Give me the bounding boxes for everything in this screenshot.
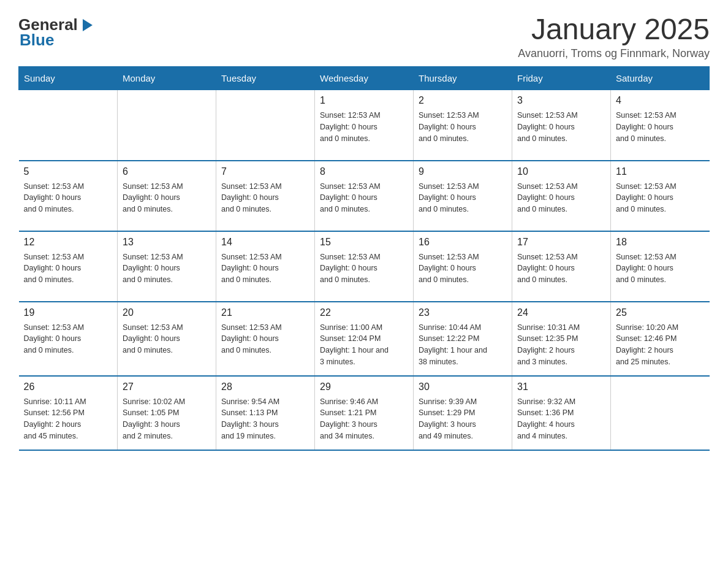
- calendar-body: 1Sunset: 12:53 AMDaylight: 0 hoursand 0 …: [19, 90, 710, 450]
- day-info: Sunset: 12:53 AMDaylight: 0 hoursand 0 m…: [419, 181, 507, 215]
- day-number: 19: [24, 307, 113, 318]
- day-info: Sunset: 12:53 AMDaylight: 0 hoursand 0 m…: [616, 251, 705, 286]
- day-info: Sunset: 12:53 AMDaylight: 0 hoursand 0 m…: [616, 181, 705, 215]
- day-info: Sunrise: 9:39 AMSunset: 1:29 PMDaylight:…: [419, 396, 507, 442]
- location-title: Avanuorri, Troms og Finnmark, Norway: [518, 47, 710, 60]
- calendar-cell: 6Sunset: 12:53 AMDaylight: 0 hoursand 0 …: [118, 161, 216, 231]
- day-number: 26: [24, 381, 113, 393]
- day-number: 28: [221, 381, 309, 393]
- calendar-cell: 18Sunset: 12:53 AMDaylight: 0 hoursand 0…: [611, 231, 710, 302]
- calendar-cell: 30Sunrise: 9:39 AMSunset: 1:29 PMDayligh…: [414, 376, 512, 450]
- calendar-cell: 11Sunset: 12:53 AMDaylight: 0 hoursand 0…: [611, 161, 710, 231]
- day-info: Sunset: 12:53 AMDaylight: 0 hoursand 0 m…: [517, 181, 605, 215]
- calendar-cell: [216, 90, 315, 161]
- calendar-cell: 20Sunset: 12:53 AMDaylight: 0 hoursand 0…: [118, 302, 216, 376]
- day-number: 18: [616, 237, 705, 248]
- calendar-cell: 7Sunset: 12:53 AMDaylight: 0 hoursand 0 …: [216, 161, 315, 231]
- day-number: 3: [517, 95, 605, 106]
- calendar-cell: 31Sunrise: 9:32 AMSunset: 1:36 PMDayligh…: [512, 376, 611, 450]
- day-number: 29: [320, 381, 408, 393]
- day-info: Sunrise: 10:20 AMSunset: 12:46 PMDayligh…: [616, 322, 705, 368]
- day-info: Sunset: 12:53 AMDaylight: 0 hoursand 0 m…: [221, 322, 309, 356]
- calendar-cell: 16Sunset: 12:53 AMDaylight: 0 hoursand 0…: [414, 231, 512, 302]
- day-info: Sunset: 12:53 AMDaylight: 0 hoursand 0 m…: [517, 110, 605, 144]
- calendar-cell: 23Sunrise: 10:44 AMSunset: 12:22 PMDayli…: [414, 302, 512, 376]
- day-number: 17: [517, 237, 605, 248]
- calendar-cell: 9Sunset: 12:53 AMDaylight: 0 hoursand 0 …: [414, 161, 512, 231]
- calendar-cell: 5Sunset: 12:53 AMDaylight: 0 hoursand 0 …: [19, 161, 118, 231]
- day-number: 23: [419, 307, 507, 318]
- day-info: Sunset: 12:53 AMDaylight: 0 hoursand 0 m…: [419, 251, 507, 286]
- calendar-cell: 25Sunrise: 10:20 AMSunset: 12:46 PMDayli…: [611, 302, 710, 376]
- day-number: 12: [24, 237, 113, 248]
- day-number: 10: [517, 166, 605, 177]
- day-info: Sunrise: 9:54 AMSunset: 1:13 PMDaylight:…: [221, 396, 309, 442]
- day-number: 6: [123, 166, 211, 177]
- calendar-cell: 26Sunrise: 10:11 AMSunset: 12:56 PMDayli…: [19, 376, 118, 450]
- day-info: Sunset: 12:53 AMDaylight: 0 hoursand 0 m…: [517, 251, 605, 286]
- logo-blue-text: Blue: [20, 31, 54, 50]
- title-section: January 2025 Avanuorri, Troms og Finnmar…: [518, 12, 710, 60]
- day-number: 13: [123, 237, 211, 248]
- day-number: 15: [320, 237, 408, 248]
- weekday-header-wednesday: Wednesday: [315, 67, 414, 90]
- weekday-header-saturday: Saturday: [611, 67, 710, 90]
- day-number: 21: [221, 307, 309, 318]
- day-number: 20: [123, 307, 211, 318]
- day-info: Sunset: 12:53 AMDaylight: 0 hoursand 0 m…: [123, 322, 211, 356]
- logo: General Blue: [18, 15, 95, 50]
- day-info: Sunset: 12:53 AMDaylight: 0 hoursand 0 m…: [24, 181, 113, 215]
- day-number: 14: [221, 237, 309, 248]
- day-number: 9: [419, 166, 507, 177]
- day-number: 11: [616, 166, 705, 177]
- day-info: Sunrise: 10:31 AMSunset: 12:35 PMDayligh…: [517, 322, 605, 368]
- calendar-cell: 14Sunset: 12:53 AMDaylight: 0 hoursand 0…: [216, 231, 315, 302]
- day-info: Sunset: 12:53 AMDaylight: 0 hoursand 0 m…: [221, 251, 309, 286]
- day-number: 5: [24, 166, 113, 177]
- weekday-header-sunday: Sunday: [19, 67, 118, 90]
- day-info: Sunset: 12:53 AMDaylight: 0 hoursand 0 m…: [123, 181, 211, 215]
- calendar-cell: 17Sunset: 12:53 AMDaylight: 0 hoursand 0…: [512, 231, 611, 302]
- day-info: Sunrise: 11:00 AMSunset: 12:04 PMDayligh…: [320, 322, 408, 368]
- calendar-cell: [19, 90, 118, 161]
- day-number: 22: [320, 307, 408, 318]
- calendar-cell: 15Sunset: 12:53 AMDaylight: 0 hoursand 0…: [315, 231, 414, 302]
- day-info: Sunset: 12:53 AMDaylight: 0 hoursand 0 m…: [24, 251, 113, 286]
- calendar-cell: 21Sunset: 12:53 AMDaylight: 0 hoursand 0…: [216, 302, 315, 376]
- calendar-cell: 22Sunrise: 11:00 AMSunset: 12:04 PMDayli…: [315, 302, 414, 376]
- calendar-week-row: 19Sunset: 12:53 AMDaylight: 0 hoursand 0…: [19, 302, 710, 376]
- weekday-header-row: SundayMondayTuesdayWednesdayThursdayFrid…: [19, 67, 710, 90]
- calendar-week-row: 26Sunrise: 10:11 AMSunset: 12:56 PMDayli…: [19, 376, 710, 450]
- month-title: January 2025: [518, 12, 710, 46]
- day-info: Sunset: 12:53 AMDaylight: 0 hoursand 0 m…: [320, 181, 408, 215]
- calendar-cell: [611, 376, 710, 450]
- calendar-cell: 27Sunrise: 10:02 AMSunset: 1:05 PMDaylig…: [118, 376, 216, 450]
- calendar-cell: 4Sunset: 12:53 AMDaylight: 0 hoursand 0 …: [611, 90, 710, 161]
- calendar-cell: 2Sunset: 12:53 AMDaylight: 0 hoursand 0 …: [414, 90, 512, 161]
- calendar-cell: 29Sunrise: 9:46 AMSunset: 1:21 PMDayligh…: [315, 376, 414, 450]
- day-info: Sunset: 12:53 AMDaylight: 0 hoursand 0 m…: [320, 110, 408, 144]
- day-info: Sunset: 12:53 AMDaylight: 0 hoursand 0 m…: [221, 181, 309, 215]
- day-number: 8: [320, 166, 408, 177]
- day-number: 2: [419, 95, 507, 106]
- calendar-cell: 12Sunset: 12:53 AMDaylight: 0 hoursand 0…: [19, 231, 118, 302]
- day-info: Sunset: 12:53 AMDaylight: 0 hoursand 0 m…: [123, 251, 211, 286]
- day-number: 1: [320, 95, 408, 106]
- day-number: 16: [419, 237, 507, 248]
- day-info: Sunset: 12:53 AMDaylight: 0 hoursand 0 m…: [24, 322, 113, 356]
- day-number: 7: [221, 166, 309, 177]
- weekday-header-tuesday: Tuesday: [216, 67, 315, 90]
- calendar-cell: 24Sunrise: 10:31 AMSunset: 12:35 PMDayli…: [512, 302, 611, 376]
- calendar-table: SundayMondayTuesdayWednesdayThursdayFrid…: [18, 66, 710, 451]
- page-header: General Blue January 2025 Avanuorri, Tro…: [18, 12, 710, 60]
- day-info: Sunrise: 10:11 AMSunset: 12:56 PMDayligh…: [24, 396, 113, 442]
- day-info: Sunset: 12:53 AMDaylight: 0 hoursand 0 m…: [320, 251, 408, 286]
- day-info: Sunrise: 10:44 AMSunset: 12:22 PMDayligh…: [419, 322, 507, 368]
- calendar-cell: 28Sunrise: 9:54 AMSunset: 1:13 PMDayligh…: [216, 376, 315, 450]
- weekday-header-monday: Monday: [118, 67, 216, 90]
- day-number: 24: [517, 307, 605, 318]
- weekday-header-thursday: Thursday: [414, 67, 512, 90]
- weekday-header-friday: Friday: [512, 67, 611, 90]
- calendar-cell: 3Sunset: 12:53 AMDaylight: 0 hoursand 0 …: [512, 90, 611, 161]
- day-info: Sunrise: 9:32 AMSunset: 1:36 PMDaylight:…: [517, 396, 605, 442]
